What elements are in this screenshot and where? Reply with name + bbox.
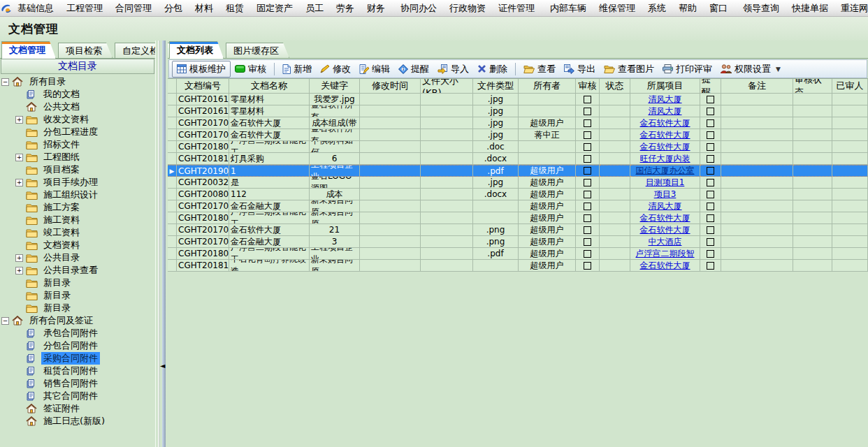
project-link[interactable]: 金石软件大厦 bbox=[640, 117, 690, 129]
audit-checkbox[interactable] bbox=[576, 177, 600, 189]
remind-checkbox[interactable] bbox=[700, 224, 721, 236]
tree-node-收发文资料[interactable]: +收发文资料 bbox=[0, 113, 155, 126]
tree-node-分包合同附件[interactable]: 分包合同附件 bbox=[0, 339, 155, 352]
menu-item-证件管理[interactable]: 证件管理 bbox=[492, 0, 541, 16]
project-link[interactable]: 清风大厦 bbox=[630, 105, 700, 117]
menu-item-工程管理[interactable]: 工程管理 bbox=[60, 0, 109, 16]
panel-splitter[interactable]: ◄ bbox=[155, 41, 168, 447]
column-header-关键字[interactable]: 关键字 bbox=[310, 79, 360, 94]
remind-checkbox[interactable] bbox=[700, 236, 721, 248]
审核-button[interactable]: 审核 bbox=[231, 61, 270, 77]
menu-item-窗口[interactable]: 窗口 bbox=[703, 0, 734, 16]
audit-checkbox[interactable] bbox=[584, 191, 591, 198]
menu-item-行政物资[interactable]: 行政物资 bbox=[443, 0, 492, 16]
project-link[interactable]: 清风大厦 bbox=[630, 94, 700, 105]
table-row[interactable]: CGHT201812110中石化青岛疗养院改造新采购合同原超级用户金石软件大厦 bbox=[168, 260, 868, 272]
collapse-minus-icon[interactable]: − bbox=[1, 317, 9, 325]
tree-node-工程图纸[interactable]: +工程图纸 bbox=[0, 151, 155, 163]
remind-checkbox[interactable] bbox=[700, 105, 721, 117]
menu-item-维保管理[interactable]: 维保管理 bbox=[593, 0, 642, 16]
project-link[interactable]: 金石软件大厦 bbox=[630, 117, 700, 129]
audit-checkbox[interactable] bbox=[576, 141, 600, 153]
tree-node-招标文件[interactable]: 招标文件 bbox=[0, 138, 155, 151]
menu-item-租赁[interactable]: 租赁 bbox=[219, 0, 250, 16]
tree-node-施工方案[interactable]: 施工方案 bbox=[0, 201, 155, 214]
tab-文档管理[interactable]: 文档管理 bbox=[1, 41, 56, 59]
menu-item-材料[interactable]: 材料 bbox=[189, 0, 219, 16]
menu-item-帮助[interactable]: 帮助 bbox=[672, 0, 703, 16]
project-link[interactable]: 清风大厦 bbox=[649, 200, 682, 212]
audit-checkbox[interactable] bbox=[584, 143, 591, 151]
dropdown-caret-icon[interactable]: ▼ bbox=[776, 66, 781, 73]
tree-node-施工资料[interactable]: 施工资料 bbox=[0, 214, 155, 226]
tree-node-新目录[interactable]: 新目录 bbox=[0, 277, 155, 289]
audit-checkbox[interactable] bbox=[584, 96, 591, 103]
menu-item-系统[interactable]: 系统 bbox=[642, 0, 672, 16]
expand-plus-icon[interactable]: + bbox=[15, 116, 23, 124]
修改-button[interactable]: 修改 bbox=[316, 61, 355, 77]
remind-checkbox[interactable] bbox=[700, 212, 721, 224]
tree-node-文档资料[interactable]: 文档资料 bbox=[0, 239, 155, 251]
audit-checkbox[interactable] bbox=[584, 131, 591, 139]
audit-checkbox[interactable] bbox=[576, 129, 600, 141]
project-link[interactable]: 金石软件大厦 bbox=[630, 260, 700, 272]
audit-checkbox[interactable] bbox=[576, 200, 600, 212]
tree-node-竣工资料[interactable]: 竣工资料 bbox=[0, 226, 155, 239]
menu-item-分包[interactable]: 分包 bbox=[158, 0, 189, 16]
remind-checkbox[interactable] bbox=[707, 155, 714, 163]
project-link[interactable]: 旺仔大厦内装 bbox=[640, 153, 690, 165]
audit-checkbox[interactable] bbox=[576, 105, 600, 117]
table-row[interactable]: CGHT201805280卢浮宫二期段智能化工甲供材料如何.doc金石软件大厦 bbox=[168, 141, 868, 153]
tree-node-分包工程进度[interactable]: 分包工程进度 bbox=[0, 126, 155, 138]
table-row[interactable]: CGHT200328008是金石LOGO源图.jpg超级用户目测项目1 bbox=[168, 177, 868, 189]
导入-button[interactable]: 导入 bbox=[433, 61, 473, 77]
project-link[interactable]: 清风大厦 bbox=[649, 94, 682, 105]
audit-checkbox[interactable] bbox=[576, 236, 600, 248]
audit-checkbox[interactable] bbox=[576, 153, 600, 165]
table-row[interactable]: CGHT201804210卢浮宫二期段智能化工工程项目企业.pdf超级用户卢浮宫… bbox=[168, 248, 868, 260]
audit-checkbox[interactable] bbox=[576, 189, 600, 200]
column-header-修改时间[interactable]: 修改时间 bbox=[360, 79, 421, 94]
menu-item-快捷单据[interactable]: 快捷单据 bbox=[786, 0, 834, 16]
project-link[interactable]: 清风大厦 bbox=[630, 200, 700, 212]
remind-checkbox[interactable] bbox=[707, 131, 714, 139]
audit-checkbox[interactable] bbox=[576, 94, 600, 105]
tree-node-施工组织设计[interactable]: 施工组织设计 bbox=[0, 189, 155, 201]
remind-checkbox[interactable] bbox=[700, 260, 721, 272]
audit-checkbox[interactable] bbox=[576, 165, 600, 177]
column-header-row-indicator[interactable] bbox=[168, 79, 177, 94]
column-header-已审人[interactable]: 已审人 bbox=[832, 79, 868, 94]
audit-checkbox[interactable] bbox=[584, 250, 591, 258]
remind-checkbox[interactable] bbox=[700, 153, 721, 165]
新增-button[interactable]: 新增 bbox=[278, 61, 316, 77]
audit-checkbox[interactable] bbox=[576, 260, 600, 272]
tree-node-项目手续办理[interactable]: +项目手续办理 bbox=[0, 176, 155, 189]
project-link[interactable]: 旺仔大厦内装 bbox=[630, 153, 700, 165]
menu-item-内部车辆[interactable]: 内部车辆 bbox=[544, 0, 593, 16]
expand-plus-icon[interactable]: + bbox=[15, 154, 23, 161]
collapse-sidebar-arrow-icon[interactable]: ◄ bbox=[159, 360, 166, 370]
remind-checkbox[interactable] bbox=[700, 177, 721, 189]
remind-checkbox[interactable] bbox=[707, 96, 714, 103]
查看图片-button[interactable]: 查看图片 bbox=[600, 61, 658, 77]
remind-checkbox[interactable] bbox=[707, 238, 714, 246]
remind-checkbox[interactable] bbox=[707, 179, 714, 186]
column-header-文档名称[interactable]: 文档名称 bbox=[229, 79, 310, 94]
tree-node-公共文档[interactable]: 公共文档 bbox=[0, 101, 155, 113]
remind-checkbox[interactable] bbox=[700, 248, 721, 260]
提醒-button[interactable]: i提醒 bbox=[394, 61, 433, 77]
project-link[interactable]: 金石软件大厦 bbox=[640, 129, 690, 141]
table-row[interactable]: CGHT201704270金石金融大厦3.png超级用户中大酒店 bbox=[168, 236, 868, 248]
tree-node-承包合同附件[interactable]: 承包合同附件 bbox=[0, 327, 155, 339]
remind-checkbox[interactable] bbox=[707, 143, 714, 151]
collapse-minus-icon[interactable]: − bbox=[1, 78, 9, 86]
project-link[interactable]: 金石软件大厦 bbox=[630, 129, 700, 141]
menu-item-合同管理[interactable]: 合同管理 bbox=[109, 0, 158, 16]
project-link[interactable]: 卢浮宫二期段智 bbox=[630, 248, 700, 260]
tree-node-采购合同附件[interactable]: 采购合同附件 bbox=[0, 352, 155, 365]
audit-checkbox[interactable] bbox=[584, 108, 591, 115]
project-link[interactable]: 金石软件大厦 bbox=[640, 212, 690, 224]
project-link[interactable]: 金石软件大厦 bbox=[630, 212, 700, 224]
table-row[interactable]: CGHT201704150金石软件大厦21.png超级用户金石软件大厦 bbox=[168, 224, 868, 236]
编辑-button[interactable]: 编辑 bbox=[355, 61, 394, 77]
